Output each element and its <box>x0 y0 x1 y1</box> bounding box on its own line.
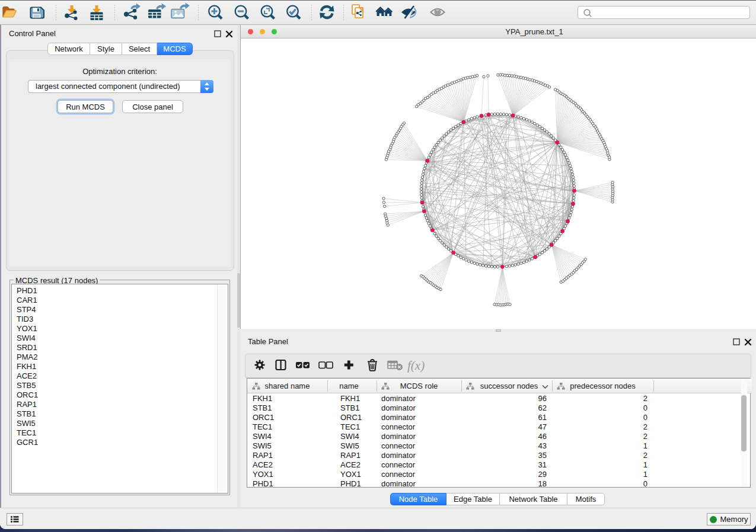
svg-text:f(x): f(x) <box>407 358 425 373</box>
